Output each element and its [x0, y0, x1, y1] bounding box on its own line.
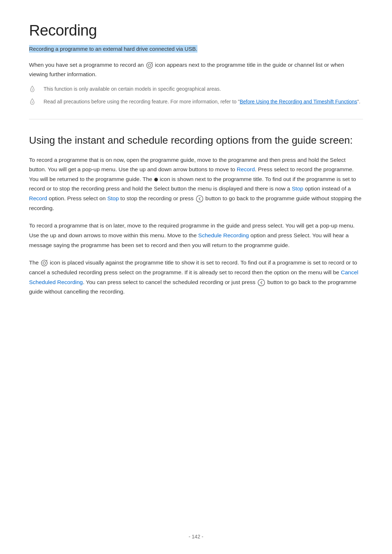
svg-point-7: [196, 196, 203, 202]
page-footer: - 142 -: [0, 534, 392, 539]
notes-section: This function is only available on certa…: [29, 85, 363, 106]
paragraph-1: To record a programme that is on now, op…: [29, 155, 363, 213]
paragraph-2: To record a programme that is on later, …: [29, 221, 363, 250]
stop-link-2: Stop: [107, 195, 119, 201]
svg-point-1: [148, 64, 151, 66]
note-text-2: Read all precautions before using the re…: [44, 98, 360, 106]
svg-point-11: [258, 279, 265, 286]
stop-link-1: Stop: [292, 185, 303, 192]
paragraph-3: The icon is placed visually against the …: [29, 258, 363, 297]
page-title: Recording: [29, 22, 363, 39]
page-subtitle: Recording a programme to an external har…: [29, 46, 363, 52]
record-link-1: Record: [237, 166, 255, 172]
back-icon-2: [257, 279, 265, 287]
note-icon-1: [29, 86, 40, 94]
svg-point-4: [32, 89, 33, 89]
intro-paragraph: When you have set a programme to record …: [29, 60, 363, 79]
timeshift-link[interactable]: Before Using the Recording and Timeshift…: [240, 99, 357, 104]
cancel-recording-link: Cancel Scheduled Recording: [29, 269, 358, 285]
record-icon-para3: [41, 259, 48, 267]
svg-line-2: [151, 62, 152, 63]
back-icon-1: [196, 195, 204, 203]
section-divider: [29, 119, 363, 119]
note-icon-2: [29, 98, 40, 106]
record-link-2: Record: [29, 195, 47, 201]
schedule-recording-link: Schedule Recording: [198, 232, 249, 238]
page-number: - 142 -: [189, 534, 203, 539]
record-icon-inline: [146, 62, 153, 69]
svg-point-6: [32, 101, 33, 102]
note-item-1: This function is only available on certa…: [29, 85, 363, 94]
section-heading: Using the instant and schedule recording…: [29, 134, 363, 147]
note-text-1: This function is only available on certa…: [44, 85, 221, 93]
svg-point-9: [43, 262, 45, 264]
note-item-2: Read all precautions before using the re…: [29, 98, 363, 106]
bullet-icon: [154, 178, 158, 181]
svg-line-10: [46, 260, 47, 261]
